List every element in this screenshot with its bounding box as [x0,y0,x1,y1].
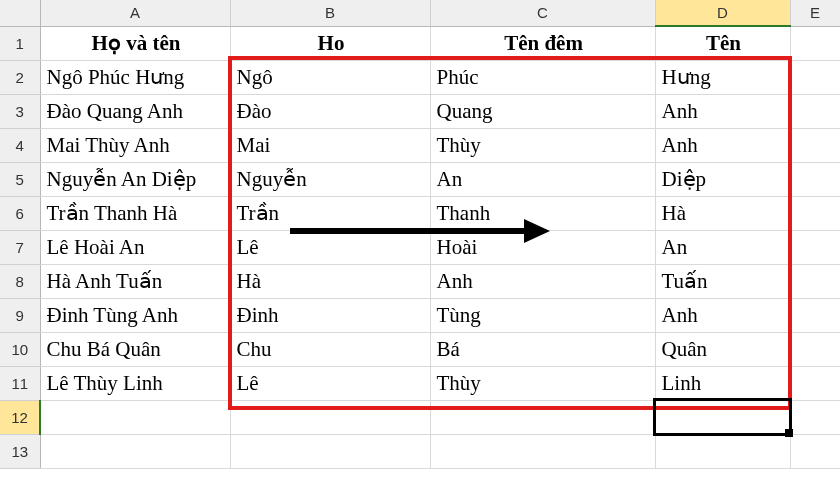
cell-C6[interactable]: Thanh [430,196,655,230]
select-all-corner[interactable] [0,0,40,26]
cell-D9[interactable]: Anh [655,298,790,332]
cell-C9[interactable]: Tùng [430,298,655,332]
cell-A12[interactable] [40,400,230,434]
cell-D5[interactable]: Diệp [655,162,790,196]
cell-C1[interactable]: Tên đêm [430,26,655,60]
cell-C8[interactable]: Anh [430,264,655,298]
cell-A9[interactable]: Đinh Tùng Anh [40,298,230,332]
cell-E8[interactable] [790,264,840,298]
cell-C2[interactable]: Phúc [430,60,655,94]
spreadsheet: A B C D E 1 Họ và tên Ho Tên đêm Tên 2 N… [0,0,840,500]
row-header-6[interactable]: 6 [0,196,40,230]
cell-E10[interactable] [790,332,840,366]
cell-B12[interactable] [230,400,430,434]
cell-A11[interactable]: Lê Thùy Linh [40,366,230,400]
cell-E13[interactable] [790,434,840,468]
cell-A7[interactable]: Lê Hoài An [40,230,230,264]
cell-D11[interactable]: Linh [655,366,790,400]
cell-B6[interactable]: Trần [230,196,430,230]
row-header-7[interactable]: 7 [0,230,40,264]
cell-C4[interactable]: Thùy [430,128,655,162]
cell-A8[interactable]: Hà Anh Tuấn [40,264,230,298]
cell-D10[interactable]: Quân [655,332,790,366]
cell-E5[interactable] [790,162,840,196]
row-header-1[interactable]: 1 [0,26,40,60]
grid: A B C D E 1 Họ và tên Ho Tên đêm Tên 2 N… [0,0,840,469]
row-header-8[interactable]: 8 [0,264,40,298]
col-header-D[interactable]: D [655,0,790,26]
cell-E6[interactable] [790,196,840,230]
cell-C11[interactable]: Thùy [430,366,655,400]
cell-A4[interactable]: Mai Thùy Anh [40,128,230,162]
cell-E9[interactable] [790,298,840,332]
cell-A2[interactable]: Ngô Phúc Hưng [40,60,230,94]
cell-C7[interactable]: Hoài [430,230,655,264]
cell-E11[interactable] [790,366,840,400]
cell-E12[interactable] [790,400,840,434]
cell-C5[interactable]: An [430,162,655,196]
cell-D7[interactable]: An [655,230,790,264]
col-header-C[interactable]: C [430,0,655,26]
cell-D13[interactable] [655,434,790,468]
cell-A6[interactable]: Trần Thanh Hà [40,196,230,230]
cell-C3[interactable]: Quang [430,94,655,128]
cell-B4[interactable]: Mai [230,128,430,162]
row-header-10[interactable]: 10 [0,332,40,366]
cell-B8[interactable]: Hà [230,264,430,298]
cell-E7[interactable] [790,230,840,264]
cell-D2[interactable]: Hưng [655,60,790,94]
cell-A3[interactable]: Đào Quang Anh [40,94,230,128]
col-header-B[interactable]: B [230,0,430,26]
cell-E2[interactable] [790,60,840,94]
cell-B2[interactable]: Ngô [230,60,430,94]
cell-E4[interactable] [790,128,840,162]
cell-B1[interactable]: Ho [230,26,430,60]
cell-D6[interactable]: Hà [655,196,790,230]
cell-A13[interactable] [40,434,230,468]
col-header-E[interactable]: E [790,0,840,26]
cell-D4[interactable]: Anh [655,128,790,162]
cell-A10[interactable]: Chu Bá Quân [40,332,230,366]
row-header-11[interactable]: 11 [0,366,40,400]
cell-E1[interactable] [790,26,840,60]
cell-B3[interactable]: Đào [230,94,430,128]
cell-B9[interactable]: Đinh [230,298,430,332]
cell-C13[interactable] [430,434,655,468]
cell-A1[interactable]: Họ và tên [40,26,230,60]
col-header-A[interactable]: A [40,0,230,26]
row-header-2[interactable]: 2 [0,60,40,94]
row-header-5[interactable]: 5 [0,162,40,196]
cell-C12[interactable] [430,400,655,434]
cell-B11[interactable]: Lê [230,366,430,400]
row-header-3[interactable]: 3 [0,94,40,128]
row-header-13[interactable]: 13 [0,434,40,468]
cell-D8[interactable]: Tuấn [655,264,790,298]
cell-D1[interactable]: Tên [655,26,790,60]
row-header-4[interactable]: 4 [0,128,40,162]
row-header-9[interactable]: 9 [0,298,40,332]
cell-A5[interactable]: Nguyễn An Diệp [40,162,230,196]
cell-B13[interactable] [230,434,430,468]
cell-E3[interactable] [790,94,840,128]
cell-D3[interactable]: Anh [655,94,790,128]
cell-B5[interactable]: Nguyễn [230,162,430,196]
cell-D12[interactable] [655,400,790,434]
row-header-12[interactable]: 12 [0,400,40,434]
cell-C10[interactable]: Bá [430,332,655,366]
cell-B10[interactable]: Chu [230,332,430,366]
cell-B7[interactable]: Lê [230,230,430,264]
